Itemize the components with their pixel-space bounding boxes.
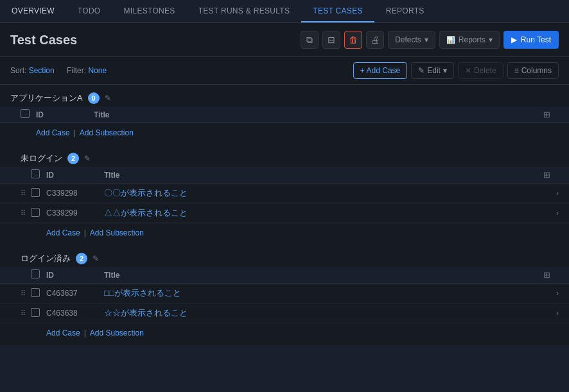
table-row[interactable]: ⠿ C463637 □□が表示されること › <box>0 284 569 303</box>
subsection-logged-add-links: Add Case | Add Subsection <box>0 323 569 345</box>
grid-icon: ⊟ <box>328 35 335 45</box>
toolbar: Sort: Section Filter: None + Add Case ✎ … <box>0 57 569 85</box>
nav-overview[interactable]: OVERVIEW <box>0 0 66 22</box>
table-row[interactable]: ⠿ C463638 ☆☆が表示されること › <box>0 303 569 323</box>
subsection-unlogged-select-all[interactable] <box>31 169 40 178</box>
case-id: C463638 <box>46 309 104 318</box>
case-title[interactable]: ☆☆が表示されること <box>104 307 543 319</box>
reports-label: Reports <box>459 35 486 44</box>
table-row[interactable]: ⠿ C339298 〇〇が表示されること › <box>0 183 569 203</box>
row-checkbox[interactable] <box>31 208 40 217</box>
section-a-add-case-link[interactable]: Add Case <box>36 128 70 137</box>
columns-btn[interactable]: ≡ Columns <box>507 62 559 79</box>
edit-chevron-icon: ▾ <box>443 66 447 75</box>
section-a-grid-icon: ⊞ <box>543 110 550 119</box>
edit-dropdown-btn[interactable]: ✎ Edit ▾ <box>411 62 454 79</box>
chevron-down-icon: ▾ <box>425 35 428 44</box>
case-id: C339298 <box>46 189 104 198</box>
row-checkbox[interactable] <box>31 308 40 317</box>
case-id: C339299 <box>46 209 104 217</box>
drag-handle[interactable]: ⠿ <box>21 189 31 198</box>
print-icon-btn[interactable]: 🖨 <box>366 31 384 49</box>
section-a-add-links: Add Case | Add Subsection <box>0 123 569 145</box>
section-a-add-subsection-link[interactable]: Add Subsection <box>80 128 134 137</box>
reports-dropdown[interactable]: 📊 Reports ▾ <box>439 31 500 49</box>
app-container: OVERVIEW TODO MILESTONES TEST RUNS & RES… <box>0 0 569 345</box>
drag-handle[interactable]: ⠿ <box>21 309 31 318</box>
top-nav: OVERVIEW TODO MILESTONES TEST RUNS & RES… <box>0 0 569 23</box>
section-a-edit-icon[interactable]: ✎ <box>105 94 111 103</box>
sort-value[interactable]: Section <box>29 66 55 75</box>
subsection-unlogged-table-header: ID Title ⊞ <box>0 167 569 183</box>
delete-label: Delete <box>474 66 496 75</box>
filter-separator <box>60 66 62 75</box>
subsection-unlogged-col-title: Title <box>104 171 543 180</box>
separator-2: | <box>84 228 86 237</box>
subsection-unlogged-title: 未ログイン <box>21 153 62 164</box>
columns-icon: ≡ <box>514 66 519 75</box>
row-chevron-right-icon: › <box>543 289 559 298</box>
nav-test-cases[interactable]: TEST CASES <box>301 0 374 22</box>
subsection-logged-title: ログイン済み <box>21 253 71 264</box>
subsection-logged-edit-icon[interactable]: ✎ <box>92 254 99 263</box>
subsection-unlogged-add-links: Add Case | Add Subsection <box>0 223 569 245</box>
chart-icon: 📊 <box>446 36 455 44</box>
run-test-label: Run Test <box>521 35 551 44</box>
section-a-table-header: ID Title ⊞ <box>0 107 569 123</box>
sort-label: Sort: Section <box>10 66 55 75</box>
nav-todo[interactable]: TODO <box>66 0 112 22</box>
page-header: Test Cases ⧉ ⊟ 🗑 🖨 Defects ▾ 📊 <box>0 23 569 57</box>
filter-label: Filter: None <box>67 66 107 75</box>
main-content: アプリケーションA 0 ✎ ID Title ⊞ Add Case | <box>0 85 569 345</box>
nav-milestones[interactable]: MILESTONES <box>112 0 187 22</box>
run-test-button[interactable]: ▶ Run Test <box>503 31 559 49</box>
chevron-down-icon-reports: ▾ <box>489 35 493 44</box>
subsection-unlogged: 未ログイン 2 ✎ ID Title ⊞ ⠿ <box>0 145 569 245</box>
toolbar-right: + Add Case ✎ Edit ▾ ✕ Delete ≡ Columns <box>353 62 559 79</box>
add-case-toolbar-btn[interactable]: + Add Case <box>353 62 407 79</box>
subsection-logged-table-header: ID Title ⊞ <box>0 267 569 284</box>
section-a-title: アプリケーションA <box>10 92 83 104</box>
section-a-col-title: Title <box>94 110 543 119</box>
subsection-unlogged-grid-icon: ⊞ <box>543 170 550 180</box>
copy-icon-btn[interactable]: ⧉ <box>301 31 319 49</box>
case-title[interactable]: 〇〇が表示されること <box>104 187 543 199</box>
defects-dropdown[interactable]: Defects ▾ <box>388 31 435 49</box>
section-a-header: アプリケーションA 0 ✎ <box>0 85 569 107</box>
table-row[interactable]: ⠿ C339299 △△が表示されること › <box>0 203 569 223</box>
case-title[interactable]: □□が表示されること <box>104 287 543 299</box>
filter-value[interactable]: None <box>88 66 107 75</box>
case-title[interactable]: △△が表示されること <box>104 207 543 219</box>
case-id: C463637 <box>46 289 104 298</box>
subsection-logged-col-id: ID <box>46 271 104 280</box>
subsection-logged-badge: 2 <box>76 253 87 264</box>
subsection-unlogged-add-case-link[interactable]: Add Case <box>46 228 80 237</box>
section-a-col-id: ID <box>36 110 94 119</box>
nav-reports[interactable]: REPORTS <box>374 0 436 22</box>
drag-handle[interactable]: ⠿ <box>21 289 31 298</box>
subsection-unlogged-header: 未ログイン 2 ✎ <box>0 145 569 167</box>
print-icon: 🖨 <box>371 35 380 45</box>
delete-icon-btn[interactable]: 🗑 <box>344 31 362 49</box>
section-a-select-all[interactable] <box>21 109 30 118</box>
subsection-logged-add-case-link[interactable]: Add Case <box>46 328 80 337</box>
subsection-logged-add-subsection-link[interactable]: Add Subsection <box>90 328 144 337</box>
delete-toolbar-btn[interactable]: ✕ Delete <box>458 62 503 79</box>
trash-icon: 🗑 <box>349 35 358 45</box>
grid-icon-btn[interactable]: ⊟ <box>322 31 340 49</box>
row-checkbox[interactable] <box>31 188 40 197</box>
edit-label: Edit <box>427 66 441 75</box>
copy-icon: ⧉ <box>306 35 313 46</box>
subsection-unlogged-edit-icon[interactable]: ✎ <box>84 154 91 163</box>
section-a-badge: 0 <box>88 92 100 104</box>
separator-3: | <box>84 328 86 337</box>
row-chevron-right-icon: › <box>543 189 559 198</box>
nav-test-runs[interactable]: TEST RUNS & RESULTS <box>187 0 302 22</box>
defects-label: Defects <box>395 35 421 44</box>
subsection-unlogged-add-subsection-link[interactable]: Add Subsection <box>90 228 144 237</box>
x-icon: ✕ <box>465 66 471 75</box>
columns-label: Columns <box>521 66 552 75</box>
row-checkbox[interactable] <box>31 288 40 297</box>
drag-handle[interactable]: ⠿ <box>21 209 31 217</box>
subsection-logged-select-all[interactable] <box>31 269 40 278</box>
